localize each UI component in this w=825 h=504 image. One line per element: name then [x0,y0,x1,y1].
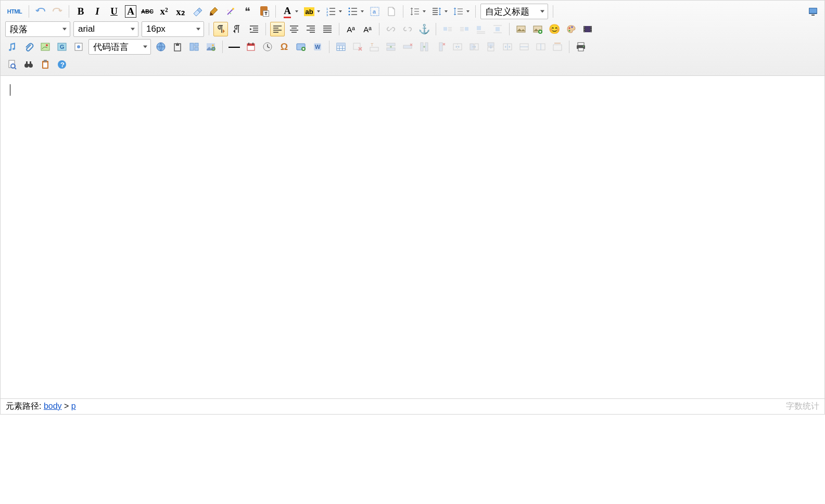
editor-content-area[interactable] [1,76,824,398]
image-center-button[interactable] [490,22,505,36]
code-language-select[interactable]: 代码语言 [88,39,151,55]
superscript-button[interactable]: x² [157,4,171,19]
insert-video-button[interactable] [580,22,595,36]
redo-button[interactable] [50,4,65,19]
align-left-button[interactable] [270,22,285,36]
font-border-button[interactable]: A [123,4,138,19]
special-char-button[interactable]: Ω [277,40,291,54]
anchor-button[interactable]: ⚓ [417,22,431,36]
search-replace-button[interactable] [21,57,36,72]
insert-paragraph-before-button[interactable]: T [367,40,382,54]
source-html-button[interactable]: HTML [5,4,24,19]
map-button[interactable] [38,40,53,54]
map-icon [40,42,50,52]
insert-col-button[interactable] [417,40,431,54]
gmap-button[interactable]: G [55,40,69,54]
image-float-left-button[interactable] [440,22,455,36]
merge-right-button[interactable] [467,40,481,54]
touppercase-button[interactable]: Aª [344,22,358,36]
unordered-list-button[interactable] [346,4,365,19]
snapscreen-button[interactable] [294,40,308,54]
path-body-link[interactable]: body [44,402,62,410]
strikethrough-button[interactable]: ABC [140,4,155,19]
path-p-link[interactable]: p [71,402,76,410]
time-button[interactable] [260,40,275,54]
indent-dropdown-button[interactable] [451,4,471,19]
horizontal-rule-button[interactable]: — [227,40,242,54]
forecolor-button[interactable]: A [280,4,300,19]
insert-table-button[interactable] [334,40,348,54]
wordimage-button[interactable]: W [310,40,325,54]
word-count-button[interactable]: 字数统计 [786,401,819,412]
status-bar: 元素路径: body > p 字数统计 [1,398,824,414]
merge-cells-button[interactable] [450,40,465,54]
music-button[interactable] [5,40,19,54]
separator [265,23,266,35]
italic-icon: I [95,6,99,17]
image-float-right-button[interactable] [457,22,472,36]
blockquote-button[interactable]: ❝ [240,4,255,19]
clipboard-button[interactable] [38,57,53,72]
indent-button[interactable] [247,22,261,36]
unlink-button[interactable] [400,22,415,36]
help-button[interactable]: ? [55,57,69,72]
text-cursor [10,84,10,96]
split-rows-button[interactable] [517,40,531,54]
paste-plain-button[interactable]: T [257,4,271,19]
backcolor-button[interactable]: ab [302,4,322,19]
img-center-icon [492,24,503,34]
scrawl-button[interactable] [564,22,578,36]
split-cells-button[interactable] [500,40,515,54]
undo-button[interactable] [33,4,48,19]
subscript-button[interactable]: x₂ [173,4,188,19]
print-button[interactable] [574,40,588,54]
eraser-button[interactable] [190,4,205,19]
insert-multi-image-button[interactable] [530,22,545,36]
delete-row-button[interactable] [400,40,415,54]
font-size-select[interactable]: 16px [142,21,204,37]
link-button[interactable] [384,22,398,36]
svg-rect-138 [578,43,584,45]
ltr-button[interactable] [213,22,228,36]
paragraph-format-select[interactable]: 段落 [5,21,70,37]
custom-heading-select[interactable]: 自定义标题 [480,4,548,19]
insert-row-button[interactable] [384,40,398,54]
fullscreen-button[interactable] [806,4,820,19]
underline-button[interactable]: U [107,4,121,19]
tolowercase-button[interactable]: Aª [360,22,375,36]
attachment-button[interactable] [21,40,36,54]
delete-table-button[interactable] [350,40,365,54]
emoji-button[interactable]: 😊 [547,22,562,36]
date-button[interactable] [244,40,258,54]
webapp-button[interactable] [154,40,168,54]
align-right-button[interactable] [303,22,318,36]
svg-rect-115 [387,48,395,50]
insert-image-button[interactable] [514,22,528,36]
music-icon [7,42,17,52]
rtl-button[interactable] [230,22,245,36]
paragraph-format-label: 段落 [10,23,28,35]
insert-frame-button[interactable] [71,40,86,54]
delete-col-button[interactable] [434,40,448,54]
bold-button[interactable]: B [73,4,88,19]
merge-down-button[interactable] [484,40,498,54]
caption-button[interactable] [550,40,565,54]
select-all-button[interactable]: a [367,4,382,19]
background-button[interactable] [204,40,218,54]
italic-button[interactable]: I [90,4,105,19]
preview-button[interactable] [5,57,19,72]
template-button[interactable] [187,40,201,54]
align-justify-button[interactable] [320,22,335,36]
image-float-none-button[interactable] [474,22,488,36]
new-page-button[interactable] [384,4,399,19]
row-spacing-button[interactable] [408,4,427,19]
format-brush-button[interactable] [207,4,221,19]
palette-icon [566,24,576,34]
autoformat-button[interactable] [223,4,238,19]
align-center-button[interactable] [287,22,301,36]
ordered-list-button[interactable]: 123 [324,4,344,19]
split-cols-button[interactable] [534,40,548,54]
font-family-select[interactable]: arial [73,21,138,37]
save-snapshot-button[interactable] [170,40,185,54]
line-height-button[interactable] [429,4,449,19]
